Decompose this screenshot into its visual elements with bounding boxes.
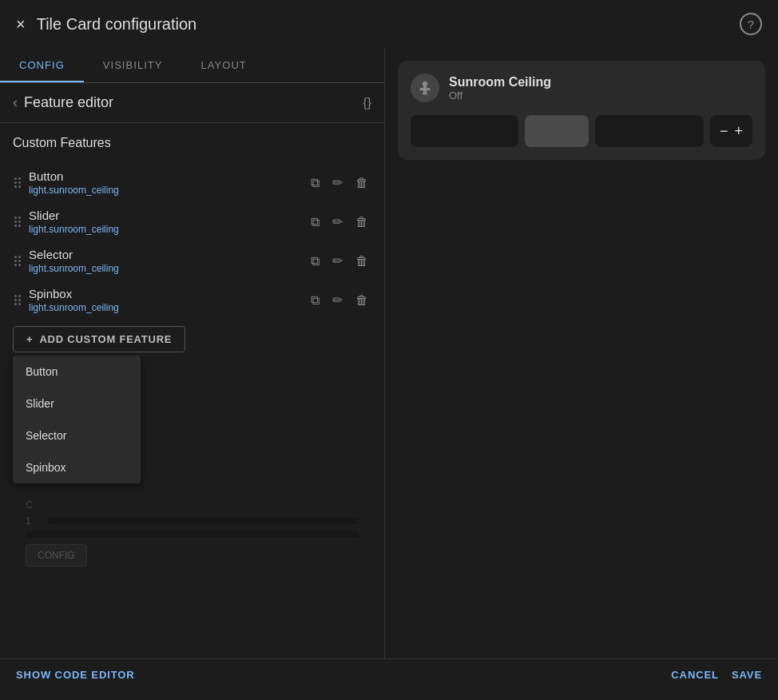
config-1-label: 1: [26, 515, 42, 527]
dropdown-item-spinbox[interactable]: Spinbox: [13, 451, 141, 483]
drag-handle-spinbox[interactable]: [13, 293, 22, 307]
tab-visibility[interactable]: VISIBILITY: [84, 48, 182, 82]
feature-info-button: Button light.sunroom_ceiling: [29, 169, 301, 196]
copy-icon-button[interactable]: ⧉: [308, 173, 323, 193]
save-button[interactable]: SAVE: [732, 669, 762, 681]
config-row-c: C: [26, 499, 359, 511]
add-custom-feature-button[interactable]: + ADD CUSTOM FEATURE: [13, 326, 185, 352]
custom-features-section: Custom Features Button light.sunroom_cei…: [0, 123, 384, 658]
copy-icon-selector[interactable]: ⧉: [308, 251, 323, 272]
close-icon[interactable]: ×: [16, 15, 26, 34]
delete-icon-button[interactable]: 🗑: [352, 173, 371, 193]
config-row-1: 1: [26, 515, 359, 527]
editor-title: Feature editor: [24, 94, 113, 111]
dropdown-item-selector[interactable]: Selector: [13, 420, 141, 451]
feature-item-button: Button light.sunroom_ceiling ⧉ ✏ 🗑: [13, 163, 371, 202]
feature-name-slider: Slider: [29, 209, 301, 222]
dialog-title: Tile Card configuration: [37, 15, 196, 34]
feature-entity-spinbox: light.sunroom_ceiling: [29, 302, 301, 313]
tabs: CONFIG VISIBILITY LAYOUT: [0, 48, 384, 83]
back-icon[interactable]: ‹: [13, 94, 18, 111]
copy-icon-spinbox[interactable]: ⧉: [308, 290, 323, 311]
tab-config[interactable]: CONFIG: [0, 48, 84, 82]
feature-info-spinbox: Spinbox light.sunroom_ceiling: [29, 287, 301, 313]
feature-actions-slider: ⧉ ✏ 🗑: [308, 211, 371, 233]
edit-icon-slider[interactable]: ✏: [329, 211, 346, 233]
edit-icon-button[interactable]: ✏: [329, 172, 346, 193]
config-row-2: [26, 531, 359, 538]
tab-layout[interactable]: LAYOUT: [182, 48, 266, 82]
partial-bottom-content: C 1 CONFIG: [13, 490, 371, 576]
stepper-minus-button[interactable]: −: [720, 123, 728, 140]
feature-name-spinbox: Spinbox: [29, 287, 301, 300]
config-c-label: C: [26, 499, 42, 511]
editor-header: ‹ Feature editor {}: [0, 83, 384, 123]
preview-stepper: − +: [710, 115, 752, 147]
feature-actions-button: ⧉ ✏ 🗑: [308, 172, 371, 193]
dropdown-area: Button Slider Selector Spinbox: [13, 356, 371, 483]
preview-btn-1[interactable]: [411, 115, 518, 147]
delete-icon-slider[interactable]: 🗑: [352, 212, 371, 233]
dropdown-item-button[interactable]: Button: [13, 356, 141, 388]
preview-card: Sunroom Ceiling Off − +: [398, 61, 765, 160]
feature-name-button: Button: [29, 169, 301, 183]
dropdown-menu: Button Slider Selector Spinbox: [13, 356, 141, 483]
edit-icon-selector[interactable]: ✏: [329, 250, 346, 272]
copy-icon-slider[interactable]: ⧉: [308, 212, 323, 233]
drag-handle-button[interactable]: [13, 176, 22, 189]
left-panel: CONFIG VISIBILITY LAYOUT ‹ Feature edito…: [0, 48, 385, 658]
preview-status: Off: [449, 89, 551, 101]
feature-entity-slider: light.sunroom_ceiling: [29, 224, 301, 235]
delete-icon-selector[interactable]: 🗑: [352, 251, 371, 272]
feature-actions-spinbox: ⧉ ✏ 🗑: [308, 289, 371, 311]
feature-name-selector: Selector: [29, 248, 301, 261]
cancel-button[interactable]: CANCEL: [671, 669, 719, 681]
preview-toggle[interactable]: [525, 115, 589, 147]
preview-title: Sunroom Ceiling: [449, 75, 551, 89]
editor-header-left: ‹ Feature editor: [13, 94, 113, 111]
feature-item-slider: Slider light.sunroom_ceiling ⧉ ✏ 🗑: [13, 202, 371, 241]
feature-item-spinbox: Spinbox light.sunroom_ceiling ⧉ ✏ 🗑: [13, 280, 371, 320]
header-left: × Tile Card configuration: [16, 15, 196, 34]
feature-entity-button: light.sunroom_ceiling: [29, 185, 301, 196]
stepper-plus-button[interactable]: +: [734, 123, 743, 140]
show-code-editor-button[interactable]: SHOW CODE EDITOR: [16, 669, 135, 681]
preview-header: Sunroom Ceiling Off: [411, 74, 752, 102]
feature-item-selector: Selector light.sunroom_ceiling ⧉ ✏ 🗑: [13, 241, 371, 280]
preview-info: Sunroom Ceiling Off: [449, 75, 551, 101]
help-icon[interactable]: ?: [740, 13, 762, 35]
feature-info-slider: Slider light.sunroom_ceiling: [29, 209, 301, 235]
custom-features-title: Custom Features: [13, 136, 371, 150]
feature-info-selector: Selector light.sunroom_ceiling: [29, 248, 301, 274]
footer: SHOW CODE EDITOR CANCEL SAVE: [0, 658, 778, 690]
delete-icon-spinbox[interactable]: 🗑: [352, 290, 371, 311]
edit-icon-spinbox[interactable]: ✏: [329, 289, 346, 311]
plus-icon: +: [26, 333, 33, 345]
preview-controls: − +: [411, 115, 752, 147]
preview-device-icon: [411, 74, 439, 102]
main-layout: CONFIG VISIBILITY LAYOUT ‹ Feature edito…: [0, 48, 778, 658]
config-bar-2: [26, 531, 359, 538]
dropdown-item-slider[interactable]: Slider: [13, 388, 141, 420]
right-panel: Sunroom Ceiling Off − +: [385, 48, 778, 658]
header: × Tile Card configuration ?: [0, 0, 778, 48]
preview-btn-2[interactable]: [595, 115, 703, 147]
config-bar-1: [48, 518, 359, 524]
config-small-button[interactable]: CONFIG: [26, 544, 87, 567]
drag-handle-selector[interactable]: [13, 254, 22, 268]
add-feature-label: ADD CUSTOM FEATURE: [39, 333, 172, 345]
feature-actions-selector: ⧉ ✏ 🗑: [308, 250, 371, 272]
feature-entity-selector: light.sunroom_ceiling: [29, 263, 301, 274]
footer-right: CANCEL SAVE: [671, 669, 762, 681]
code-editor-icon[interactable]: {}: [363, 96, 371, 110]
drag-handle-slider[interactable]: [13, 215, 22, 229]
